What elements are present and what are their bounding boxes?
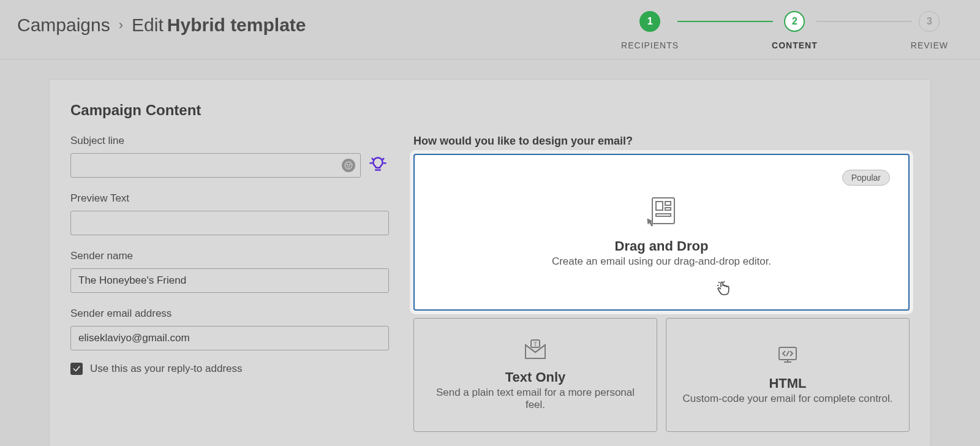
- svg-line-14: [724, 281, 725, 282]
- design-question: How would you like to design your email?: [413, 135, 910, 148]
- pointer-cursor-icon: [716, 280, 731, 298]
- step-recipients[interactable]: 1 RECIPIENTS: [621, 11, 679, 50]
- option-html[interactable]: HTML Custom-code your email for complete…: [666, 318, 910, 432]
- step-content[interactable]: 2 CONTENT: [772, 11, 818, 50]
- breadcrumb-action: Edit: [132, 15, 164, 36]
- svg-point-2: [349, 164, 350, 165]
- step-connector: [677, 21, 773, 22]
- svg-rect-12: [656, 214, 671, 216]
- option-desc: Custom-code your email for complete cont…: [671, 393, 905, 405]
- popular-badge: Popular: [842, 170, 890, 186]
- svg-rect-10: [665, 202, 671, 205]
- preview-input[interactable]: [70, 211, 389, 235]
- svg-point-1: [347, 164, 348, 165]
- step-label: RECIPIENTS: [621, 40, 679, 50]
- step-number: 1: [639, 11, 660, 32]
- svg-line-6: [372, 159, 374, 160]
- option-desc: Send a plain text email for a more perso…: [414, 387, 657, 411]
- svg-line-19: [786, 351, 789, 356]
- svg-rect-11: [665, 208, 671, 210]
- step-number: 2: [784, 11, 805, 32]
- step-number: 3: [919, 11, 940, 32]
- breadcrumb-name: Hybrid template: [167, 15, 306, 36]
- sender-email-label: Sender email address: [70, 308, 389, 320]
- sender-email-value: eliseklaviyo@gmail.com: [78, 332, 190, 344]
- sender-name-input[interactable]: The Honeybee's Friend: [70, 268, 389, 293]
- option-drag-drop[interactable]: Popular Drag and Drop Create an email us…: [413, 154, 910, 311]
- form-column: Subject line: [70, 135, 389, 432]
- subject-input[interactable]: [70, 153, 361, 178]
- svg-line-13: [718, 282, 720, 283]
- step-connector: [816, 21, 912, 22]
- step-label: CONTENT: [772, 40, 818, 50]
- step-label: REVIEW: [911, 40, 948, 50]
- svg-line-7: [383, 159, 384, 160]
- svg-point-0: [345, 162, 352, 169]
- option-desc: Create an email using our drag-and-drop …: [540, 255, 783, 268]
- breadcrumb-root[interactable]: Campaigns: [17, 15, 110, 36]
- subject-assistant-button[interactable]: [367, 154, 389, 176]
- sender-email-input[interactable]: eliseklaviyo@gmail.com: [70, 326, 389, 350]
- page-header: Campaigns › Edit Hybrid template 1 RECIP…: [0, 0, 980, 59]
- chevron-right-icon: ›: [119, 17, 123, 33]
- option-title: Text Only: [505, 369, 566, 385]
- option-title: HTML: [769, 376, 806, 391]
- card-heading: Campaign Content: [70, 102, 910, 119]
- preview-label: Preview Text: [70, 192, 389, 205]
- drag-drop-icon: [646, 197, 677, 230]
- content-card: Campaign Content Subject line: [49, 79, 931, 446]
- option-title: Drag and Drop: [615, 238, 709, 254]
- svg-text:T: T: [533, 341, 537, 347]
- html-icon: [775, 345, 800, 367]
- emoji-icon[interactable]: [342, 159, 355, 172]
- text-only-icon: T: [523, 339, 548, 361]
- svg-rect-9: [656, 202, 663, 210]
- sender-name-value: The Honeybee's Friend: [78, 274, 186, 287]
- step-review[interactable]: 3 REVIEW: [911, 11, 948, 50]
- progress-stepper: 1 RECIPIENTS 2 CONTENT 3 REVIEW: [621, 11, 963, 50]
- option-text-only[interactable]: T Text Only Send a plain text email for …: [413, 318, 657, 432]
- reply-to-label: Use this as your reply-to address: [90, 363, 243, 375]
- sender-name-label: Sender name: [70, 250, 389, 262]
- subject-label: Subject line: [70, 135, 389, 147]
- design-column: How would you like to design your email?…: [413, 135, 910, 432]
- reply-to-checkbox[interactable]: [70, 363, 83, 375]
- breadcrumb: Campaigns › Edit Hybrid template: [17, 11, 306, 36]
